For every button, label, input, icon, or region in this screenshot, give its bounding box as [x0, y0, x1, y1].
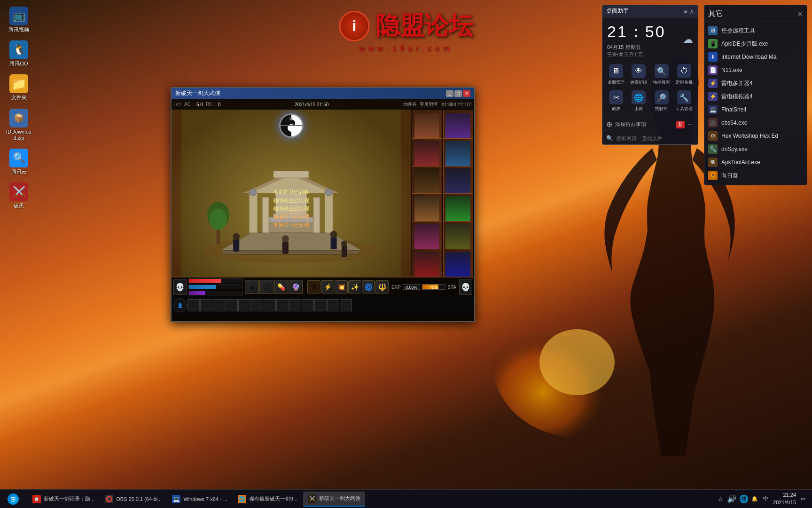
- skill-icon-10[interactable]: [443, 221, 474, 252]
- taskbar-clock[interactable]: 21:24 2021/4/15: [773, 492, 796, 506]
- action-btn-4[interactable]: 🔮: [289, 280, 303, 294]
- assistant-date1: 04月15 星期五: [607, 44, 683, 51]
- svg-point-1: [539, 329, 615, 395]
- assistant-header: 桌面助手 ≡ ∧: [602, 5, 698, 17]
- slot-12[interactable]: [327, 299, 339, 311]
- tray-show-hidden[interactable]: △: [717, 495, 724, 503]
- assistant-icon-eyeprotect[interactable]: 👁 健康护眼: [628, 62, 649, 87]
- game-minimize-btn[interactable]: _: [446, 90, 453, 97]
- action-btn-1[interactable]: ⚔: [245, 280, 259, 294]
- slot-2[interactable]: [200, 299, 212, 311]
- skill-icon-6[interactable]: [443, 166, 474, 197]
- slot-3[interactable]: [213, 299, 225, 311]
- tray-notification-icon[interactable]: 🔔: [751, 496, 758, 502]
- skill-icon-12[interactable]: [443, 249, 474, 279]
- action-btn-10[interactable]: 🔱: [375, 280, 389, 294]
- assistant-icon-shutdown[interactable]: ⏱ 定时关机: [673, 62, 695, 87]
- action-btn-2[interactable]: 🛡: [259, 280, 273, 294]
- other-item-hexworkshop[interactable]: ⚙ Hex Workshop Hex Ed: [704, 129, 807, 143]
- game-close-btn[interactable]: ✕: [463, 90, 470, 97]
- assistant-icon-desktop[interactable]: 🖥 桌面管理: [605, 62, 627, 87]
- taskbar-item-1[interactable]: ⏺ 新破天一剑记录：隐...: [28, 492, 99, 507]
- other-item-apkide[interactable]: 📱 ApkIDE少月版.exe: [704, 37, 807, 50]
- assistant-search-bar[interactable]: 🔍: [602, 132, 698, 144]
- taskbar-items: ⏺ 新破天一剑记录：隐... ⭕ OBS 25.0.1 (64-bi... 💻 …: [26, 490, 712, 508]
- other-item-lei1[interactable]: ⚡ 雷电多开器4: [704, 77, 807, 90]
- assistant-todo[interactable]: ⊕ 添加待办事项 新 ⋯: [602, 117, 698, 132]
- slot-1[interactable]: [187, 299, 200, 311]
- other-item-finalshell[interactable]: 💻 FinalShell: [704, 103, 807, 116]
- skill-icon-2[interactable]: [443, 111, 474, 141]
- skill-icon-3[interactable]: [412, 138, 442, 169]
- taskbar-item-game-active[interactable]: ⚔️ 新破天一剑大武侠: [303, 492, 365, 507]
- slot-13[interactable]: [340, 299, 352, 311]
- other-item-sunflower[interactable]: 🌻 向日葵: [704, 169, 807, 182]
- desktop-icon-game[interactable]: ⚔️ 破天: [2, 181, 35, 211]
- action-btn-7[interactable]: 💥: [335, 280, 348, 294]
- slot-11[interactable]: [314, 299, 327, 311]
- slot-9[interactable]: [289, 299, 301, 311]
- assistant-close-icon[interactable]: ∧: [689, 8, 694, 15]
- skill-icon-4[interactable]: [443, 138, 474, 169]
- desktop-icon-qq[interactable]: 🐧 腾讯QQ: [2, 39, 35, 69]
- other-item-obs64[interactable]: 🎥 obs64.exe: [704, 116, 807, 129]
- desktop-icon-tencent-video[interactable]: 📺 腾讯视频: [2, 5, 35, 35]
- other-item-n11[interactable]: 📄 N11.exe: [704, 64, 807, 77]
- action-btn-8[interactable]: ✨: [348, 280, 361, 294]
- game-skill-panel: [411, 110, 474, 277]
- tray-network-icon[interactable]: 🌐: [739, 494, 749, 503]
- skill-icon-8[interactable]: [443, 193, 474, 224]
- taskbar-item-win7[interactable]: 💻 Windows 7 x64 - ...: [167, 492, 232, 507]
- other-item-dnspy[interactable]: 🔧 dnSpy.exe: [704, 143, 807, 156]
- skill-icon-11[interactable]: [412, 249, 442, 279]
- skill-icon-7[interactable]: [412, 193, 442, 224]
- start-button[interactable]: ⊞: [0, 490, 26, 508]
- other-item-lei2[interactable]: ⚡ 雷电模拟器4: [704, 90, 807, 103]
- slot-5[interactable]: [238, 299, 250, 311]
- other-item-remote[interactable]: 🖥 堡垒远程工具: [704, 24, 807, 37]
- other-panel-close-icon[interactable]: ✕: [797, 10, 803, 18]
- assistant-icon-tools[interactable]: 🔧 工具管理: [673, 88, 695, 114]
- game-hp-mp-container: [187, 278, 244, 296]
- assistant-icon-internet[interactable]: 🌐 上网: [628, 88, 649, 114]
- slot-7[interactable]: [264, 299, 276, 311]
- skill-icon-1[interactable]: [412, 111, 442, 141]
- other-item-apktoolaid[interactable]: 🛠 ApkToolAid.exe: [704, 156, 807, 169]
- assistant-menu-icon[interactable]: ≡: [684, 8, 687, 15]
- action-btn-6[interactable]: ⚡: [321, 280, 334, 294]
- tray-speaker-icon[interactable]: 🔊: [727, 494, 736, 503]
- exp-value: 0.00%: [406, 285, 418, 290]
- assistant-icon-screenshot[interactable]: ✂ 截屏: [605, 88, 627, 114]
- action-btn-5[interactable]: 🗡: [307, 280, 320, 294]
- other-item-idm[interactable]: ⬇ Internet Download Ma: [704, 50, 807, 64]
- taskbar-language[interactable]: 中: [761, 494, 770, 504]
- action-btn-3[interactable]: 💊: [274, 280, 288, 294]
- desktop-icon-folder[interactable]: 📁 文件夹: [2, 72, 35, 103]
- taskbar-item-browser[interactable]: 🌐 稀有镀新破天一剑9...: [233, 492, 302, 507]
- other-panel-header: 其它 ✕: [704, 8, 807, 22]
- game-maximize-btn[interactable]: □: [454, 90, 462, 97]
- game-scene[interactable]: 36 串灵护卫已召唤 领域铸主已出现 领域铸主已出现 领域法王已出现 直施法王已…: [172, 110, 411, 277]
- desktop-icon-idm[interactable]: 📦 IDDownload.zip: [2, 107, 35, 143]
- svg-rect-10: [250, 193, 258, 233]
- action-btn-9[interactable]: 🌀: [362, 280, 375, 294]
- svg-rect-28: [342, 246, 347, 257]
- svg-rect-13: [313, 198, 320, 233]
- slot-10[interactable]: [302, 299, 314, 311]
- assistant-todo-label: 添加待办事项: [615, 121, 646, 128]
- skill-icon-9[interactable]: [412, 221, 442, 252]
- desktop-icon-search[interactable]: 🔍 腾讯云: [2, 147, 35, 177]
- assistant-clock: 21：50: [607, 21, 683, 43]
- tray-desktop-btn[interactable]: ▭: [799, 495, 807, 503]
- svg-point-27: [330, 231, 337, 238]
- game-coords: X1:884 Y1:101: [441, 102, 472, 107]
- skill-icon-5[interactable]: [412, 166, 442, 197]
- taskbar-item-obs[interactable]: ⭕ OBS 25.0.1 (64-bi...: [100, 492, 166, 507]
- assistant-icon-findsoftware[interactable]: 🔎 找软件: [651, 88, 672, 114]
- slot-4[interactable]: [226, 299, 238, 311]
- assistant-search-input[interactable]: [616, 135, 694, 141]
- slot-6[interactable]: [251, 299, 263, 311]
- assistant-icon-search[interactable]: 🔍 快捷搜索: [651, 62, 672, 87]
- forum-logo-url: www.19ur.com: [339, 44, 473, 53]
- slot-8[interactable]: [276, 299, 289, 311]
